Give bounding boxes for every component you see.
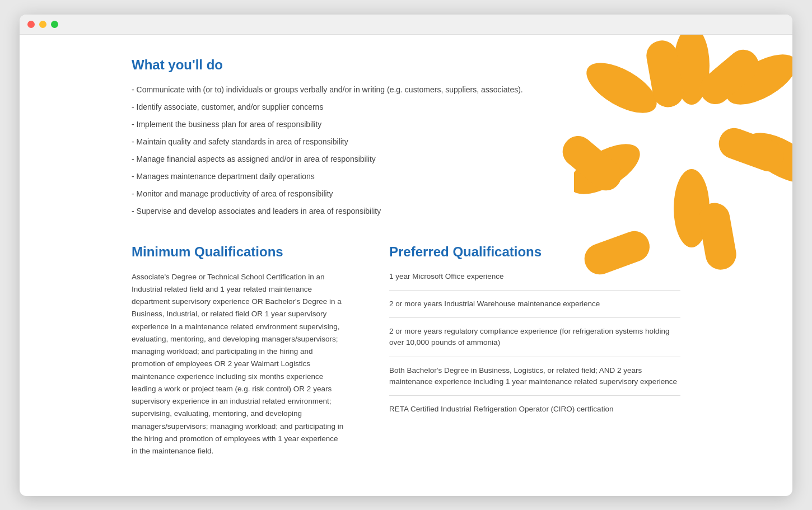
preferred-qualifications-list: 1 year Microsoft Office experience 2 or … — [389, 271, 680, 423]
close-button[interactable] — [27, 21, 35, 28]
bullet-1: - Communicate with (or to) individuals o… — [132, 84, 680, 96]
bullet-8: - Supervise and develop associates and l… — [132, 205, 680, 217]
minimum-qualifications-title: Minimum Qualifications — [132, 244, 344, 260]
minimum-qualifications-body: Associate's Degree or Technical School C… — [132, 271, 344, 458]
preferred-qualifications-title: Preferred Qualifications — [389, 244, 680, 260]
svg-point-2 — [738, 123, 792, 193]
pref-item-4: Both Bachelor's Degree in Business, Logi… — [389, 357, 680, 396]
qualifications-section: Minimum Qualifications Associate's Degre… — [132, 244, 680, 458]
browser-window: What you'll do - Communicate with (or to… — [20, 15, 792, 496]
bullet-6: - Manages maintenance department daily o… — [132, 171, 680, 183]
pref-item-5: RETA Certified Industrial Refrigeration … — [389, 396, 680, 423]
pref-item-2: 2 or more years Industrial Warehouse mai… — [389, 291, 680, 318]
svg-rect-8 — [715, 124, 788, 176]
preferred-qualifications-column: Preferred Qualifications 1 year Microsof… — [389, 244, 680, 458]
what-youll-do-bullets: - Communicate with (or to) individuals o… — [132, 84, 680, 217]
svg-rect-9 — [697, 200, 739, 272]
bullet-2: - Identify associate, customer, and/or s… — [132, 101, 680, 113]
bullet-3: - Implement the business plan for area o… — [132, 119, 680, 130]
page-content: What you'll do - Communicate with (or to… — [20, 35, 792, 496]
bullet-5: - Manage financial aspects as assigned a… — [132, 153, 680, 165]
bullet-4: - Maintain quality and safety standards … — [132, 136, 680, 148]
minimize-button[interactable] — [39, 21, 46, 28]
bullet-7: - Monitor and manage productivity of are… — [132, 188, 680, 200]
pref-item-1: 1 year Microsoft Office experience — [389, 271, 680, 291]
what-youll-do-title: What you'll do — [132, 57, 680, 73]
svg-point-1 — [718, 44, 792, 114]
maximize-button[interactable] — [51, 21, 58, 28]
what-youll-do-section: What you'll do - Communicate with (or to… — [132, 57, 680, 217]
svg-rect-7 — [694, 43, 765, 110]
minimum-qualifications-column: Minimum Qualifications Associate's Degre… — [132, 244, 344, 458]
pref-item-3: 2 or more years regulatory compliance ex… — [389, 318, 680, 357]
browser-chrome — [20, 15, 792, 35]
